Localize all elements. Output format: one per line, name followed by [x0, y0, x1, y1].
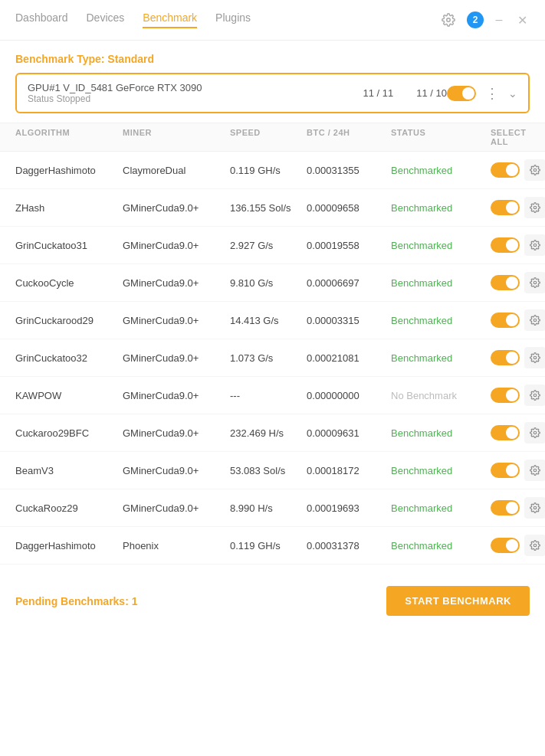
- benchmark-type: Benchmark Type: Standard: [0, 41, 545, 73]
- cell-speed: 0.119 GH/s: [230, 540, 307, 551]
- cell-btc: 0.00000000: [307, 390, 391, 401]
- cell-actions: [491, 497, 545, 519]
- gpu-info: GPU#1 V_ID_5481 GeForce RTX 3090 Status …: [28, 82, 363, 104]
- cell-actions: [491, 197, 545, 218]
- cell-miner: Phoenix: [123, 540, 230, 551]
- row-settings-icon[interactable]: [524, 234, 545, 256]
- cell-algorithm: KAWPOW: [15, 390, 123, 401]
- row-toggle[interactable]: [491, 237, 520, 253]
- cell-speed: 232.469 H/s: [230, 427, 307, 439]
- close-button[interactable]: ✕: [514, 12, 530, 28]
- cell-speed: 1.073 G/s: [230, 352, 307, 364]
- cell-actions: [491, 272, 545, 293]
- table-row: CuckaRooz29 GMinerCuda9.0+ 8.990 H/s 0.0…: [0, 489, 545, 527]
- row-toggle[interactable]: [491, 350, 520, 365]
- tab-plugins[interactable]: Plugins: [215, 11, 251, 28]
- cell-speed: 8.990 H/s: [230, 502, 307, 514]
- row-settings-icon[interactable]: [524, 159, 545, 181]
- table-row: GrinCuckatoo31 GMinerCuda9.0+ 2.927 G/s …: [0, 227, 545, 264]
- gpu-menu-button[interactable]: ⋮: [482, 85, 502, 102]
- cell-btc: 0.00018172: [307, 465, 391, 476]
- header: Dashboard Devices Benchmark Plugins 2 – …: [0, 0, 545, 41]
- th-speed: SPEED: [230, 128, 307, 146]
- cell-algorithm: DaggerHashimoto: [15, 165, 123, 176]
- row-toggle[interactable]: [491, 275, 520, 290]
- cell-speed: 53.083 Sol/s: [230, 465, 307, 476]
- minimize-button[interactable]: –: [491, 12, 507, 28]
- cell-btc: 0.00019693: [307, 502, 391, 514]
- svg-point-1: [534, 169, 537, 172]
- tab-devices[interactable]: Devices: [87, 11, 125, 28]
- row-settings-icon[interactable]: [524, 535, 545, 556]
- benchmark-type-value: Standard: [107, 53, 154, 65]
- cell-btc: 0.00009631: [307, 427, 391, 439]
- row-toggle[interactable]: [491, 538, 520, 553]
- cell-miner: GMinerCuda9.0+: [123, 427, 230, 439]
- cell-miner: GMinerCuda9.0+: [123, 352, 230, 364]
- cell-algorithm: DaggerHashimoto: [15, 540, 123, 551]
- table-row: GrinCuckatoo32 GMinerCuda9.0+ 1.073 G/s …: [0, 339, 545, 377]
- cell-actions: [491, 385, 545, 406]
- cell-algorithm: CuckaRooz29: [15, 502, 123, 514]
- settings-button[interactable]: [438, 9, 459, 31]
- notification-badge[interactable]: 2: [467, 11, 484, 28]
- row-settings-icon[interactable]: [524, 422, 545, 443]
- tab-benchmark[interactable]: Benchmark: [143, 11, 197, 28]
- gpu-card: GPU#1 V_ID_5481 GeForce RTX 3090 Status …: [15, 73, 530, 113]
- benchmark-type-label: Benchmark Type:: [15, 53, 104, 65]
- gpu-id: GPU#1 V_ID_5481 GeForce RTX 3090: [28, 82, 363, 93]
- gpu-toggle[interactable]: [447, 86, 476, 101]
- cell-actions: [491, 159, 545, 181]
- cell-btc: 0.00031378: [307, 540, 391, 551]
- row-toggle[interactable]: [491, 388, 520, 403]
- gpu-status: Status Stopped: [28, 93, 363, 104]
- row-settings-icon[interactable]: [524, 272, 545, 293]
- cell-status: Benchmarked: [391, 315, 491, 326]
- gpu-actions: ⋮ ⌄: [447, 85, 517, 102]
- table-row: GrinCuckarood29 GMinerCuda9.0+ 14.413 G/…: [0, 302, 545, 339]
- table-row: Cuckaroo29BFC GMinerCuda9.0+ 232.469 H/s…: [0, 414, 545, 452]
- row-toggle[interactable]: [491, 313, 520, 328]
- th-algorithm: ALGORITHM: [15, 128, 123, 146]
- row-toggle[interactable]: [491, 500, 520, 515]
- cell-actions: [491, 422, 545, 443]
- svg-point-2: [534, 206, 537, 209]
- svg-point-0: [447, 18, 451, 22]
- cell-status: Benchmarked: [391, 165, 491, 176]
- table-row: CuckooCycle GMinerCuda9.0+ 9.810 G/s 0.0…: [0, 264, 545, 302]
- row-settings-icon[interactable]: [524, 347, 545, 368]
- svg-point-8: [534, 431, 537, 434]
- row-toggle[interactable]: [491, 463, 520, 478]
- row-settings-icon[interactable]: [524, 460, 545, 481]
- cell-algorithm: GrinCuckatoo32: [15, 352, 123, 364]
- cell-status: Benchmarked: [391, 352, 491, 364]
- th-btc: BTC / 24H: [307, 128, 391, 146]
- row-settings-icon[interactable]: [524, 385, 545, 406]
- cell-miner: GMinerCuda9.0+: [123, 390, 230, 401]
- cell-speed: 2.927 G/s: [230, 240, 307, 251]
- svg-point-11: [534, 544, 537, 547]
- cell-miner: GMinerCuda9.0+: [123, 465, 230, 476]
- cell-speed: 14.413 G/s: [230, 315, 307, 326]
- cell-status: Benchmarked: [391, 465, 491, 476]
- pending-benchmarks-text: Pending Benchmarks: 1: [15, 595, 138, 607]
- row-settings-icon[interactable]: [524, 197, 545, 218]
- row-settings-icon[interactable]: [524, 497, 545, 519]
- row-toggle[interactable]: [491, 200, 520, 215]
- svg-point-9: [534, 469, 537, 472]
- cell-status: Benchmarked: [391, 502, 491, 514]
- table-row: DaggerHashimoto ClaymoreDual 0.119 GH/s …: [0, 152, 545, 189]
- table-row: DaggerHashimoto Phoenix 0.119 GH/s 0.000…: [0, 527, 545, 565]
- gpu-expand-button[interactable]: ⌄: [508, 87, 517, 100]
- gpu-benched-count: 11 / 10: [416, 87, 447, 99]
- row-settings-icon[interactable]: [524, 309, 545, 331]
- cell-btc: 0.00006697: [307, 277, 391, 289]
- row-toggle[interactable]: [491, 425, 520, 440]
- row-toggle[interactable]: [491, 162, 520, 178]
- tab-dashboard[interactable]: Dashboard: [15, 11, 68, 28]
- cell-status: Benchmarked: [391, 427, 491, 439]
- svg-point-6: [534, 356, 537, 359]
- start-benchmark-button[interactable]: START BENCHMARK: [386, 586, 530, 616]
- th-select-all: SELECT ALL: [491, 128, 545, 146]
- svg-point-4: [534, 281, 537, 284]
